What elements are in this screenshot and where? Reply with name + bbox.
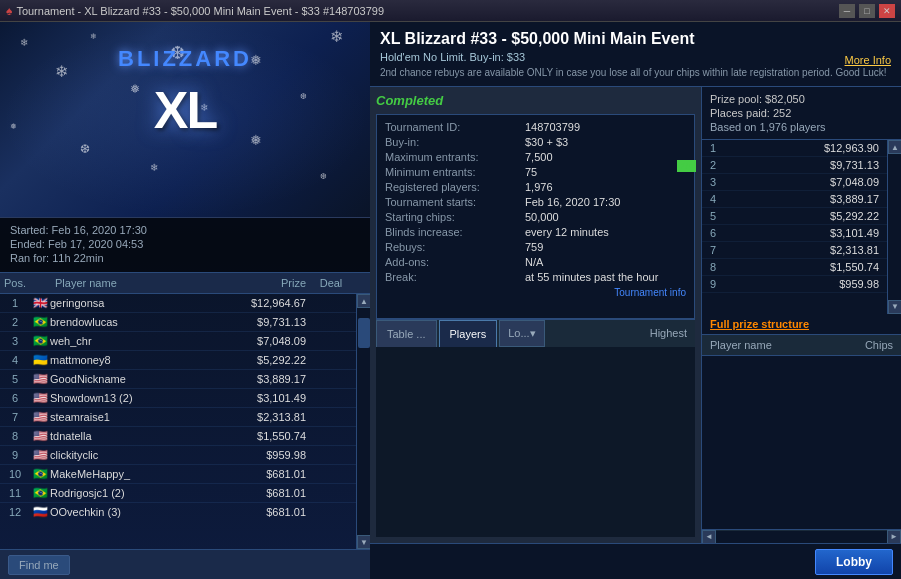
player-name: Rodrigosjc1 (2) [50, 487, 216, 499]
player-row[interactable]: 8 🇺🇸 tdnatella $1,550.74 [0, 427, 356, 446]
prize-list-wrapper: 1 $12,963.90 2 $9,731.13 3 $7,048.09 4 $… [702, 140, 901, 314]
chips-header: Chips [865, 339, 893, 351]
prize-row: 4 $3,889.17 [702, 191, 887, 208]
prize-scroll-down[interactable]: ▼ [888, 300, 901, 314]
player-name-header: Player name [30, 277, 216, 289]
player-row[interactable]: 9 🇺🇸 clickityclic $959.98 [0, 446, 356, 465]
h-scroll-left[interactable]: ◄ [702, 530, 716, 544]
blinds-label: Blinds increase: [385, 226, 525, 238]
break-value: at 55 minutes past the hour [525, 271, 686, 283]
starting-chips-label: Starting chips: [385, 211, 525, 223]
tournament-subtitle: Hold'em No Limit. Buy-in: $33 [380, 51, 891, 63]
player-row[interactable]: 1 🇬🇧 geringonsa $12,964.67 [0, 294, 356, 313]
prize-amount: $2,313.81 [735, 244, 879, 256]
horizontal-scrollbar[interactable]: ◄ ► [702, 529, 901, 543]
buyin-label: Buy-in: [385, 136, 525, 148]
window-controls: ─ □ ✕ [839, 4, 895, 18]
bottom-bar: Lobby [370, 543, 901, 579]
player-prize: $3,101.49 [216, 392, 306, 404]
starts-row: Tournament starts: Feb 16, 2020 17:30 [385, 196, 686, 208]
rebuys-value: 759 [525, 241, 686, 253]
player-row[interactable]: 5 🇺🇸 GoodNickname $3,889.17 [0, 370, 356, 389]
addons-row: Add-ons: N/A [385, 256, 686, 268]
player-flag: 🇧🇷 [30, 315, 50, 329]
player-pos: 11 [0, 487, 30, 499]
prize-scrollbar[interactable]: ▲ ▼ [887, 140, 901, 314]
prize-row: 5 $5,292.22 [702, 208, 887, 225]
player-flag: 🇺🇸 [30, 391, 50, 405]
h-scroll-track [716, 531, 887, 543]
ended-line: Ended: Feb 17, 2020 04:53 [10, 238, 360, 250]
players-tab[interactable]: Players [439, 320, 498, 347]
prize-row: 2 $9,731.13 [702, 157, 887, 174]
addons-value: N/A [525, 256, 686, 268]
player-row[interactable]: 6 🇺🇸 Showdown13 (2) $3,101.49 [0, 389, 356, 408]
players-list: 1 🇬🇧 geringonsa $12,964.67 2 🇧🇷 brendowl… [0, 294, 356, 521]
prize-list-inner: 1 $12,963.90 2 $9,731.13 3 $7,048.09 4 $… [702, 140, 887, 314]
player-name: tdnatella [50, 430, 216, 442]
players-list-container: 1 🇬🇧 geringonsa $12,964.67 2 🇧🇷 brendowl… [0, 294, 370, 549]
player-pos: 3 [0, 335, 30, 347]
player-row[interactable]: 7 🇺🇸 steamraise1 $2,313.81 [0, 408, 356, 427]
prize-amount: $3,101.49 [735, 227, 879, 239]
player-flag: 🇺🇦 [30, 353, 50, 367]
starts-value: Feb 16, 2020 17:30 [525, 196, 686, 208]
more-info-link[interactable]: More Info [845, 54, 891, 66]
started-line: Started: Feb 16, 2020 17:30 [10, 224, 360, 236]
player-name: geringonsa [50, 297, 216, 309]
prize-scroll-up[interactable]: ▲ [888, 140, 901, 154]
below-tabs-area [376, 347, 695, 538]
scroll-up-button[interactable]: ▲ [357, 294, 370, 308]
registered-value: 1,976 [525, 181, 686, 193]
prize-header: Prize [216, 277, 306, 289]
player-name: OOvechkin (3) [50, 506, 216, 518]
rebuys-row: Rebuys: 759 [385, 241, 686, 253]
player-prize: $3,889.17 [216, 373, 306, 385]
tournament-note: 2nd chance rebuys are available ONLY in … [380, 66, 891, 80]
prize-row: 6 $3,101.49 [702, 225, 887, 242]
player-row[interactable]: 10 🇧🇷 MakeMeHappy_ $681.01 [0, 465, 356, 484]
player-row[interactable]: 12 🇷🇺 OOvechkin (3) $681.01 [0, 503, 356, 521]
player-flag: 🇺🇸 [30, 429, 50, 443]
find-me-button[interactable]: Find me [8, 555, 70, 575]
full-prize-link[interactable]: Full prize structure [702, 314, 901, 334]
player-name: GoodNickname [50, 373, 216, 385]
player-row[interactable]: 11 🇧🇷 Rodrigosjc1 (2) $681.01 [0, 484, 356, 503]
scroll-down-button[interactable]: ▼ [357, 535, 370, 549]
h-scroll-right[interactable]: ► [887, 530, 901, 544]
player-flag: 🇺🇸 [30, 448, 50, 462]
maximize-button[interactable]: □ [859, 4, 875, 18]
lobby-tab[interactable]: Lo...▾ [499, 320, 544, 347]
player-pos: 10 [0, 468, 30, 480]
players-table-header: Pos. Player name Prize Deal [0, 272, 370, 294]
scroll-thumb[interactable] [358, 318, 370, 348]
prize-row: 7 $2,313.81 [702, 242, 887, 259]
player-row[interactable]: 2 🇧🇷 brendowlucas $9,731.13 [0, 313, 356, 332]
pos-header: Pos. [0, 277, 30, 289]
player-flag: 🇧🇷 [30, 467, 50, 481]
ran-line: Ran for: 11h 22min [10, 252, 360, 264]
xl-logo-text: XL [154, 80, 216, 140]
prize-pos: 4 [710, 193, 735, 205]
prize-pool-value: Prize pool: $82,050 [710, 93, 893, 105]
prize-amount: $7,048.09 [735, 176, 879, 188]
scroll-header-spacer [356, 277, 370, 289]
tab-right-area: Highest [650, 320, 695, 347]
tournament-title: XL Blizzard #33 - $50,000 Mini Main Even… [380, 30, 891, 48]
starting-chips-value: 50,000 [525, 211, 686, 223]
tournament-id-label: Tournament ID: [385, 121, 525, 133]
player-row[interactable]: 4 🇺🇦 mattmoney8 $5,292.22 [0, 351, 356, 370]
minimize-button[interactable]: ─ [839, 4, 855, 18]
player-row[interactable]: 3 🇧🇷 weh_chr $7,048.09 [0, 332, 356, 351]
logo-area: ❄ ❄ ❄ ❅ ❆ ❄ ❅ ❆ ❄ ❅ ❆ ❄ ❅ ❆ XL BLIZZARD [0, 22, 370, 217]
green-indicator: 2/4 [677, 160, 696, 172]
tournament-info-link[interactable]: Tournament info [385, 287, 686, 298]
player-prize: $9,731.13 [216, 316, 306, 328]
prize-list: 1 $12,963.90 2 $9,731.13 3 $7,048.09 4 $… [702, 140, 887, 293]
places-paid-value: Places paid: 252 [710, 107, 893, 119]
players-scrollbar[interactable]: ▲ ▼ [356, 294, 370, 549]
close-button[interactable]: ✕ [879, 4, 895, 18]
window-icon: ♠ [6, 4, 12, 18]
table-tab[interactable]: Table ... [376, 320, 437, 347]
lobby-button[interactable]: Lobby [815, 549, 893, 575]
